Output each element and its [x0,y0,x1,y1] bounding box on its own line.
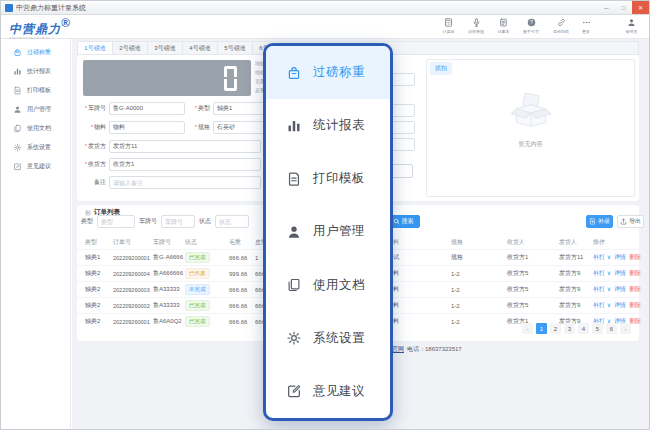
nav-menu-item[interactable]: 系统设置 [266,312,390,365]
weight-led-display: 0 [83,60,251,96]
search-icon [393,218,400,225]
delete-link[interactable]: 删除 [629,301,641,310]
nav-menu-item[interactable]: 统计报表 [266,99,390,152]
nav-menu-item[interactable]: 使用文档 [266,259,390,312]
material-input[interactable] [109,121,185,134]
toolbar-label: 新手引导 [523,29,539,34]
detail-link[interactable]: 详情 [614,301,626,310]
toolbar-icon [557,18,566,27]
minimize-button[interactable]: ─ [598,1,615,14]
lane-tab[interactable]: 3号磅道 [148,42,183,54]
lane-tab[interactable]: 4号磅道 [183,42,218,54]
sidebar-nav: 过磅称重 统计报表 打印模板 用户管理 使用文档 系统设置 意见建议 [1,39,71,429]
filter-status-input[interactable] [215,215,249,228]
spec-label: *规格 [187,123,213,132]
toolbar-button[interactable]: 语音播报 [466,18,486,34]
page-button[interactable]: 4 [578,323,589,334]
nav-menu-item-icon [286,383,302,399]
detail-link[interactable]: 详情 [614,269,626,278]
nav-menu-item-label: 过磅称重 [313,64,365,81]
reprint-link[interactable]: 补打 ∨ [593,269,611,278]
lane-tab[interactable]: 2号磅道 [113,42,148,54]
lane-tab-label: 1号磅道 [84,44,105,53]
nav-menu-item[interactable]: 打印模板 [266,152,390,205]
cell-type: 轴类2 [85,317,113,326]
cell-plate: 鲁A666666 [153,269,185,278]
toolbar-label: 远程协助 [553,29,569,34]
toolbar-button[interactable]: ? 新手引导 [521,18,541,34]
footer-phone: 电话：18637323517 [407,345,462,354]
user-menu[interactable]: 管理员 [624,18,639,34]
nav-menu-item[interactable]: 过磅称重 [266,46,390,99]
sidebar-item[interactable]: 使用文档 [1,119,70,138]
window-controls: ─ □ ✕ [598,1,649,14]
nav-menu-item-label: 使用文档 [313,277,365,294]
nav-menu-item-label: 统计报表 [313,117,365,134]
reprint-link[interactable]: 补打 ∨ [593,285,611,294]
cell-material: 石料 [387,301,451,310]
toolbar-button[interactable]: 远程协助 [551,18,571,34]
footer-link[interactable]: 官网 [392,345,404,354]
lane-tab[interactable]: 1号磅道 [78,42,113,54]
snapshot-panel: 抓拍 暂无内容 [426,59,635,197]
sidebar-item[interactable]: 打印模板 [1,81,70,100]
empty-state-text: 暂无内容 [427,140,634,149]
cell-material: 测试 [387,253,451,262]
maximize-button[interactable]: □ [615,1,632,14]
filter-type-label: 类型 [81,217,93,226]
plate-input[interactable] [109,102,185,115]
filter-status-label: 状态 [199,217,211,226]
page-button[interactable]: ‹ [522,323,533,334]
toolbar-button[interactable]: 计算器 [441,18,456,34]
filter-plate-input[interactable] [161,215,195,228]
nav-menu-item[interactable]: 用户管理 [266,205,390,258]
toolbar-label: 更多 [582,29,590,34]
page-button[interactable]: 5 [592,323,603,334]
snapshot-tab[interactable]: 抓拍 [430,62,452,75]
cell-order-no: 202209260004 [113,271,153,277]
cell-spec: 1-2 [451,271,507,277]
nav-menu-item[interactable]: 意见建议 [266,365,390,418]
reprint-link[interactable]: 补打 ∨ [593,253,611,262]
reprint-link[interactable]: 补打 ∨ [593,301,611,310]
plate-row: *车牌号 *类型 [79,102,291,115]
toolbar-icon [582,18,591,27]
export-button[interactable]: 导出 [617,215,644,228]
page-button[interactable]: 3 [564,323,575,334]
page-button[interactable]: 2 [550,323,561,334]
delete-link[interactable]: 删除 [629,253,641,262]
sidebar-item[interactable]: 意见建议 [1,157,70,176]
page-button[interactable]: 1 [536,323,547,334]
close-button[interactable]: ✕ [632,1,649,14]
page-button[interactable]: › [620,323,631,334]
sender-input[interactable] [109,140,261,153]
sidebar-item[interactable]: 过磅称重 [1,43,70,62]
delete-link[interactable]: 删除 [629,285,641,294]
sidebar-item[interactable]: 系统设置 [1,138,70,157]
required-mark: * [85,105,87,111]
cell-gross: 999.66 [229,271,255,277]
detail-link[interactable]: 详情 [614,285,626,294]
sidebar-item[interactable]: 统计报表 [1,62,70,81]
detail-link[interactable]: 详情 [614,253,626,262]
lane-tab[interactable]: 5号磅道 [218,42,253,54]
page-button[interactable]: 6 [606,323,617,334]
toolbar-icon [472,18,481,27]
sidebar-item[interactable]: 用户管理 [1,100,70,119]
material-label: *物料 [79,123,109,132]
toolbar-button[interactable]: 记事本 [496,18,511,34]
filter-type-input[interactable] [97,215,135,228]
remark-input[interactable] [109,176,261,189]
nav-menu-item-label: 系统设置 [313,330,365,347]
logo-registered-mark: ® [61,16,71,30]
user-name: 管理员 [626,29,638,34]
toolbar-button[interactable]: 更多 [581,18,591,34]
makeup-entry-button[interactable]: 补录 [586,215,613,228]
nav-menu-item-label: 用户管理 [313,223,365,240]
cell-plate: 鲁A6A0Q2 [153,317,185,326]
makeup-icon [589,218,596,225]
receiver-input[interactable] [109,158,261,171]
delete-link[interactable]: 删除 [629,269,641,278]
svg-text:?: ? [530,19,533,25]
cell-spec: 1-2 [451,319,507,325]
